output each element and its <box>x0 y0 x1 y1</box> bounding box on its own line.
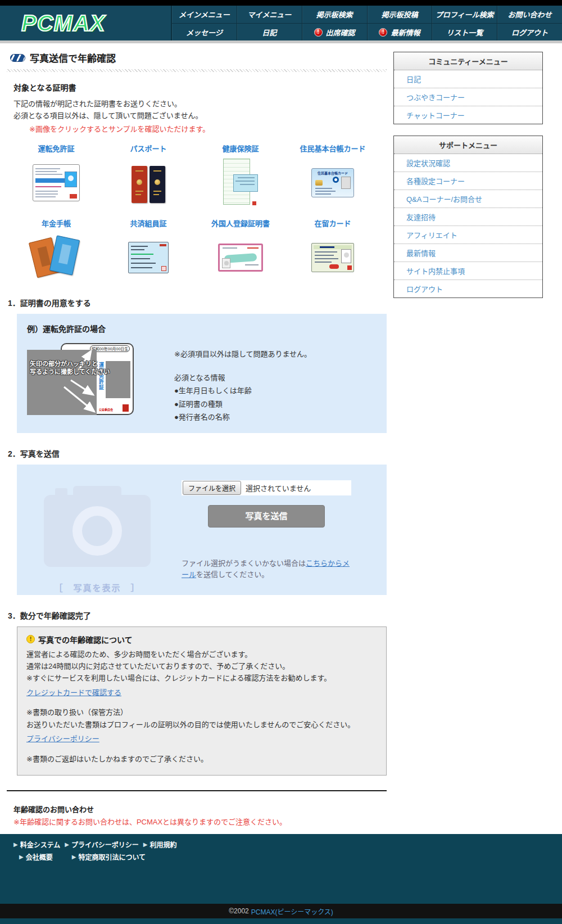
community-menu-title: コミュニティーメニュー <box>394 52 542 70</box>
arrow-icon: ▶ <box>143 841 148 848</box>
sidebar-item-news[interactable]: 最新情報 <box>394 244 542 262</box>
main-nav: メインメニュー マイメニュー 掲示板検索 掲示板投稿 プロフィール検索 お問い合… <box>171 6 562 40</box>
site-footer: ▶料金システム ▶プライバシーポリシー ▶利用規約 ▶会社概要 ▶特定商取引法に… <box>0 834 562 924</box>
age-check-info-title: ! 写真での年齢確認について <box>26 634 377 645</box>
footer-link-privacy[interactable]: ▶プライバシーポリシー <box>65 840 138 849</box>
sidebar-item-qa[interactable]: Q&Aコーナー/お問合せ <box>394 190 542 208</box>
juki-card-image[interactable]: 住民基本台帳カード <box>311 168 354 197</box>
striped-badge-icon <box>10 54 25 62</box>
sample-note: ※画像をクリックするとサンプルを確認いただけます。 <box>29 123 387 134</box>
footer-link-pricing[interactable]: ▶料金システム <box>13 840 60 849</box>
footer-link-company[interactable]: ▶会社概要 <box>19 852 53 862</box>
step1-box: 例）運転免許証の場合 昭和00年00月00日生 運転免許証 公安委員会 <box>17 314 387 433</box>
nav-profile-search[interactable]: プロフィール検索 <box>432 6 497 23</box>
doc-residence-card[interactable]: 在留カード <box>287 218 379 282</box>
sidebar-item-tsubuyaki[interactable]: つぶやきコーナー <box>394 88 542 106</box>
required-item: ●証明書の種類 <box>174 398 311 411</box>
sidebar-item-logout[interactable]: ログアウト <box>394 280 542 298</box>
arrow-icon: ▶ <box>19 854 24 860</box>
nav-list[interactable]: リスト一覧 <box>432 23 497 40</box>
passport-image[interactable] <box>125 163 172 203</box>
top-black-bar <box>0 0 562 6</box>
pension-book-image[interactable] <box>29 233 83 282</box>
support-menu: サポートメニュー 設定状況確認 各種設定コーナー Q&Aコーナー/お問合せ 友達… <box>393 136 543 298</box>
nav-contact[interactable]: お問い合わせ <box>497 6 562 23</box>
footer-links: ▶料金システム ▶プライバシーポリシー ▶利用規約 ▶会社概要 ▶特定商取引法に… <box>0 834 562 862</box>
required-info-title: 必須となる情報 <box>174 372 311 384</box>
example-label: 例）運転免許証の場合 <box>27 323 377 334</box>
sidebar: コミュニティーメニュー 日記 つぶやきコーナー チャットコーナー サポートメニュ… <box>393 52 543 298</box>
required-item: ●生年月日もしくは年齢 <box>174 384 311 397</box>
nav-main-menu[interactable]: メインメニュー <box>171 6 237 23</box>
doc-kyosai-card[interactable]: 共済組員証 <box>102 218 194 282</box>
copyright-brand-link[interactable]: PCMAX(ピーシーマックス) <box>251 907 333 916</box>
nav-message[interactable]: メッセージ <box>171 23 237 40</box>
doc-alien-registration[interactable]: 外国人登録証明書 <box>194 218 287 282</box>
info-line: 通常は24時間以内に対応させていただいておりますので、予めご了承ください。 <box>26 660 377 672</box>
step1-heading: 1．証明書の用意をする <box>8 297 387 308</box>
footer-link-terms[interactable]: ▶利用規約 <box>143 840 177 849</box>
doc-drivers-license[interactable]: 運転免許証 <box>10 143 102 208</box>
doc-health-insurance[interactable]: 健康保険証 <box>194 143 287 208</box>
return-note: ※書類のご返却はいたしかねますのでご了承ください。 <box>26 753 377 765</box>
sidebar-item-setting-status[interactable]: 設定状況確認 <box>394 154 542 172</box>
nav-board-search[interactable]: 掲示板検索 <box>302 6 367 23</box>
sidebar-item-affiliate[interactable]: アフィリエイト <box>394 226 542 244</box>
residence-card-image[interactable] <box>311 243 354 272</box>
step2-box: ［ 写真を表示 ］ ファイルを選択 選択されていません 写真を送信 ファイル選択… <box>17 465 387 595</box>
logo-container[interactable]: PCMAX <box>0 6 171 40</box>
main-content: 写真送信で年齢確認 対象となる証明書 下記の情報が明記された証明書をお送りくださ… <box>7 51 387 924</box>
doc-passport[interactable]: パスポート <box>102 143 194 208</box>
nav-board-post[interactable]: 掲示板投稿 <box>367 6 432 23</box>
file-select-button[interactable]: ファイルを選択 <box>183 481 241 495</box>
step3-heading: 3．数分で年齢確認完了 <box>8 610 387 621</box>
file-input-row: ファイルを選択 選択されていません <box>182 480 351 495</box>
credit-card-verify-link[interactable]: クレジットカードで確認する <box>26 688 121 697</box>
sidebar-item-diary[interactable]: 日記 <box>394 70 542 88</box>
sidebar-item-invite[interactable]: 友達招待 <box>394 208 542 226</box>
doc-juki-card[interactable]: 住民基本台帳カード 住民基本台帳カード <box>287 143 379 208</box>
nav-attendance[interactable]: ! 出席確認 <box>302 23 367 40</box>
privacy-policy-link[interactable]: プライバシーポリシー <box>26 734 99 743</box>
drivers-license-image[interactable] <box>33 164 80 201</box>
step3-box: ! 写真での年齢確認について 運営者による確認のため、多少お時間をいただく場合が… <box>17 626 387 776</box>
alert-icon: ! <box>379 28 387 37</box>
site-header: PCMAX メインメニュー マイメニュー 掲示板検索 掲示板投稿 プロフィール検… <box>0 6 562 43</box>
handling-text: お送りいただいた書類はプロフィールの証明以外の目的では使用いたしませんのでご安心… <box>26 719 377 731</box>
community-menu: コミュニティーメニュー 日記 つぶやきコーナー チャットコーナー <box>393 52 543 124</box>
kyosai-card-image[interactable] <box>128 242 169 273</box>
nav-diary[interactable]: 日記 <box>237 23 302 40</box>
page-root: PCMAX メインメニュー マイメニュー 掲示板検索 掲示板投稿 プロフィール検… <box>0 0 562 924</box>
footer-link-commerce-law[interactable]: ▶特定商取引法について <box>72 852 146 862</box>
copyright-text: ©2002 <box>229 907 249 915</box>
arrow-icon: ▶ <box>13 841 18 848</box>
copyright-bar: ©2002 PCMAX(ピーシーマックス) <box>0 904 562 918</box>
nav-logout[interactable]: ログアウト <box>497 23 562 40</box>
intro-text: 下記の情報が明記された証明書をお送りください。 必須となる項目以外は、隠して頂い… <box>13 98 387 122</box>
doc-pension-book[interactable]: 年金手帳 <box>10 218 102 282</box>
page-title: 写真送信で年齢確認 <box>7 51 387 65</box>
section-divider <box>7 790 387 791</box>
support-menu-title: サポートメニュー <box>394 136 542 154</box>
pcmax-logo[interactable]: PCMAX <box>21 11 105 36</box>
alien-registration-image[interactable] <box>218 244 263 272</box>
arrow-icon: ▶ <box>65 841 69 848</box>
alert-icon: ! <box>314 28 323 37</box>
handling-title: ※書類の取り扱い（保管方法） <box>26 706 377 718</box>
sidebar-item-settings[interactable]: 各種設定コーナー <box>394 172 542 190</box>
camera-icon <box>44 495 151 567</box>
submit-photo-button[interactable]: 写真を送信 <box>208 505 325 528</box>
arrow-overlay <box>27 341 137 424</box>
nav-my-menu[interactable]: マイメニュー <box>237 6 302 23</box>
step2-heading: 2．写真を送信 <box>8 448 387 459</box>
document-grid: 運転免許証 パスポート <box>10 143 379 282</box>
title-separator <box>7 69 387 72</box>
sidebar-item-prohibited[interactable]: サイト内禁止事項 <box>394 262 542 280</box>
file-status-text: 選択されていません <box>246 483 311 493</box>
arrow-icon: ▶ <box>72 854 76 860</box>
sidebar-item-chat[interactable]: チャットコーナー <box>394 106 542 124</box>
nav-latest-news[interactable]: ! 最新情報 <box>367 23 432 40</box>
health-insurance-image[interactable] <box>223 159 258 207</box>
target-docs-heading: 対象となる証明書 <box>13 82 387 93</box>
show-photo-link[interactable]: ［ 写真を表示 ］ <box>27 582 167 593</box>
